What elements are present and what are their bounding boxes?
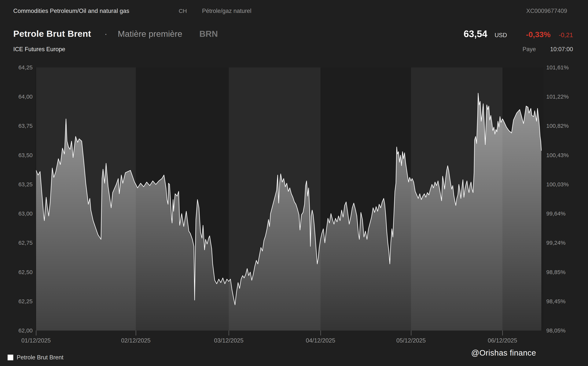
quote-chart-page: Commodities Petroleum/Oil and natural ga…	[0, 0, 588, 366]
y-axis-label-right: 100,82%	[546, 122, 569, 129]
last-price: 63,54	[464, 28, 487, 39]
currency-label: USD	[495, 32, 507, 39]
y-axis-label-right: 99,24%	[546, 239, 566, 246]
exchange-name: ICE Futures Europe	[13, 46, 65, 53]
y-axis-label-left: 62,75	[0, 239, 33, 246]
x-axis-label: 05/12/2025	[396, 337, 426, 344]
y-axis-label-left: 63,00	[0, 210, 33, 217]
y-axis-label-left: 62,25	[0, 298, 33, 305]
x-axis-tick	[229, 331, 229, 336]
title-separator: ·	[104, 28, 107, 39]
y-axis-label-right: 99,64%	[546, 210, 566, 217]
quote-time: 10:07:00	[550, 46, 573, 53]
y-axis-label-right: 98,85%	[546, 269, 566, 276]
y-axis-label-right: 101,22%	[546, 93, 569, 100]
page-title: Petrole Brut Brent	[13, 28, 91, 39]
legend-swatch	[8, 355, 13, 360]
quote-status: Paye	[523, 46, 536, 53]
y-axis-label-right: 101,61%	[546, 64, 569, 71]
x-axis-label: 03/12/2025	[214, 337, 243, 344]
price-chart[interactable]	[36, 68, 544, 331]
x-axis-tick	[136, 331, 136, 336]
instrument-type: Matière première	[118, 29, 182, 39]
ticker-symbol: BRN	[199, 29, 218, 39]
x-axis-tick	[411, 331, 411, 336]
y-axis-label-left: 62,00	[0, 327, 33, 334]
title-row: Petrole Brut Brent · Matière première BR…	[13, 28, 218, 39]
y-axis-label-right: 98,45%	[546, 298, 566, 305]
y-axis-label-left: 63,75	[0, 122, 33, 129]
header-row: Commodities Petroleum/Oil and natural ga…	[13, 8, 573, 15]
quote-status-row: Paye 10:07:00	[523, 46, 573, 53]
x-axis-tick	[502, 331, 503, 336]
x-axis-tick	[36, 331, 36, 336]
y-axis-label-right: 100,43%	[546, 152, 569, 159]
x-axis-tick	[320, 331, 321, 336]
y-axis-label-left: 63,25	[0, 181, 33, 188]
y-axis-label-left: 64,25	[0, 64, 33, 71]
x-axis-label: 01/12/2025	[21, 337, 51, 344]
x-axis-label: 02/12/2025	[121, 337, 151, 344]
y-axis-label-left: 62,50	[0, 269, 33, 276]
isin-code: XC0009677409	[526, 8, 567, 15]
quote-block: 63,54 USD -0,33% -0,21	[464, 28, 573, 39]
change-absolute: -0,21	[559, 31, 573, 39]
y-axis-label-left: 64,00	[0, 93, 33, 100]
legend-item[interactable]: Petrole Brut Brent	[8, 354, 63, 361]
y-axis-label-left: 63,50	[0, 152, 33, 159]
legend-label: Petrole Brut Brent	[17, 354, 63, 361]
x-axis-label: 04/12/2025	[306, 337, 335, 344]
instrument-category: Commodities Petroleum/Oil and natural ga…	[13, 8, 129, 15]
instrument-category-fr: Pétrole/gaz naturel	[202, 8, 251, 15]
y-axis-label-right: 98,05%	[546, 327, 566, 334]
country-code: CH	[179, 8, 187, 14]
y-axis-label-right: 100,03%	[546, 181, 569, 188]
watermark: @Orishas finance	[471, 348, 536, 358]
change-percent: -0,33%	[526, 30, 551, 39]
x-axis-label: 06/12/2025	[488, 337, 517, 344]
